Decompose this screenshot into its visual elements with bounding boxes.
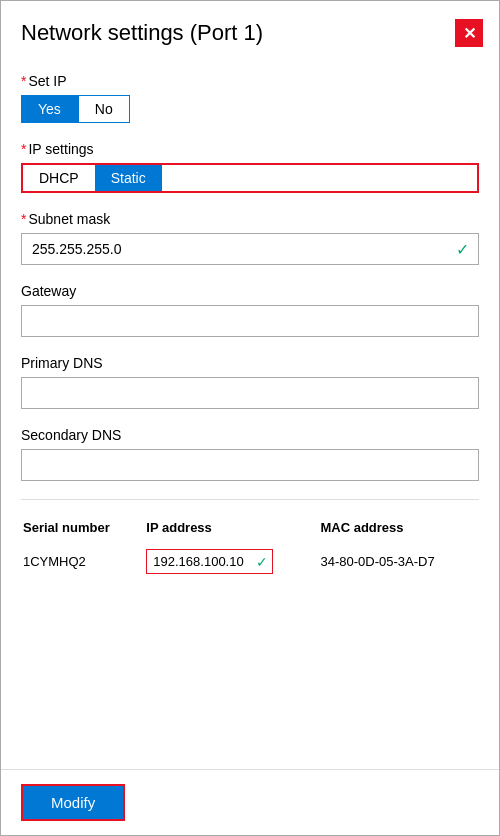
required-star-3: * (21, 211, 26, 227)
ip-settings-toggle-group: DHCP Static (21, 163, 479, 193)
mac-address-cell: 34-80-0D-05-3A-D7 (320, 545, 477, 578)
subnet-mask-group: *Subnet mask ✓ (21, 211, 479, 265)
ip-address-header: IP address (146, 516, 318, 543)
table-row: 1CYMHQ2 192.168.100.10 ✓ 34-80-0D-05-3A-… (23, 545, 477, 578)
divider (21, 499, 479, 500)
primary-dns-input[interactable] (21, 377, 479, 409)
ip-dhcp-button[interactable]: DHCP (23, 165, 95, 191)
ip-settings-group: *IP settings DHCP Static (21, 141, 479, 193)
close-button[interactable]: ✕ (455, 19, 483, 47)
ip-check-icon: ✓ (256, 554, 268, 570)
subnet-mask-label: *Subnet mask (21, 211, 479, 227)
table-header-row: Serial number IP address MAC address (23, 516, 477, 543)
device-info-table: Serial number IP address MAC address 1CY… (21, 514, 479, 580)
set-ip-group: *Set IP Yes No (21, 73, 479, 123)
ip-address-value: 192.168.100.10 (153, 554, 243, 569)
required-star: * (21, 73, 26, 89)
set-ip-yes-button[interactable]: Yes (21, 95, 78, 123)
ip-static-button[interactable]: Static (95, 165, 162, 191)
dialog-title: Network settings (Port 1) (21, 20, 263, 46)
serial-number-cell: 1CYMHQ2 (23, 545, 144, 578)
ip-settings-label: *IP settings (21, 141, 479, 157)
close-icon: ✕ (463, 24, 476, 43)
gateway-wrapper (21, 305, 479, 337)
dialog-content: *Set IP Yes No *IP settings DHCP Static … (1, 57, 499, 600)
serial-number-header: Serial number (23, 516, 144, 543)
secondary-dns-label: Secondary DNS (21, 427, 479, 443)
secondary-dns-group: Secondary DNS (21, 427, 479, 481)
secondary-dns-wrapper (21, 449, 479, 481)
set-ip-no-button[interactable]: No (78, 95, 130, 123)
modify-button[interactable]: Modify (21, 784, 125, 821)
network-settings-dialog: Network settings (Port 1) ✕ *Set IP Yes … (0, 0, 500, 836)
gateway-group: Gateway (21, 283, 479, 337)
ip-address-value-wrapper: 192.168.100.10 ✓ (146, 549, 272, 574)
gateway-input[interactable] (21, 305, 479, 337)
primary-dns-label: Primary DNS (21, 355, 479, 371)
subnet-mask-input[interactable] (21, 233, 479, 265)
mac-address-header: MAC address (320, 516, 477, 543)
secondary-dns-input[interactable] (21, 449, 479, 481)
set-ip-label: *Set IP (21, 73, 479, 89)
gateway-label: Gateway (21, 283, 479, 299)
subnet-mask-wrapper: ✓ (21, 233, 479, 265)
dialog-footer: Modify (1, 769, 499, 835)
required-star-2: * (21, 141, 26, 157)
set-ip-toggle-group: Yes No (21, 95, 479, 123)
title-bar: Network settings (Port 1) ✕ (1, 1, 499, 57)
ip-address-cell: 192.168.100.10 ✓ (146, 545, 318, 578)
primary-dns-wrapper (21, 377, 479, 409)
primary-dns-group: Primary DNS (21, 355, 479, 409)
